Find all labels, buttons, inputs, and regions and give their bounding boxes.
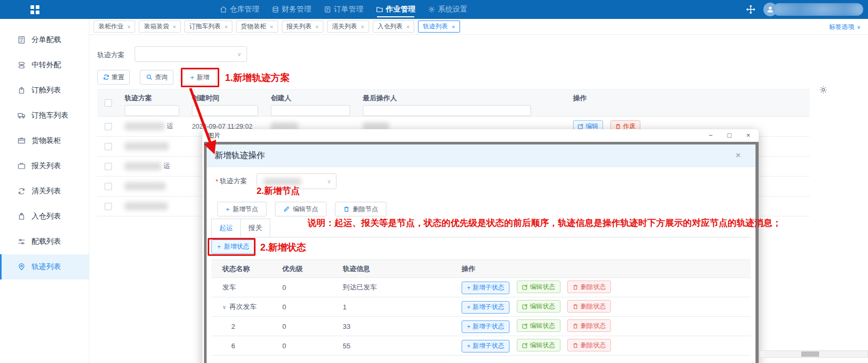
tabs-divider [211, 237, 751, 237]
sidebar-item-transfer[interactable]: 中转外配 [0, 53, 89, 78]
add-state-button[interactable]: + 新增状态 [211, 240, 255, 254]
tab-packing[interactable]: 装箱装袋× [139, 20, 180, 33]
plus-icon: + [467, 323, 471, 330]
created-filter-input[interactable] [192, 105, 258, 116]
menu-item-settings[interactable]: 系统设置 [428, 0, 467, 19]
scrollbar-thumb[interactable] [801, 351, 819, 357]
add-node-button[interactable]: + 新增节点 [217, 202, 267, 216]
column-settings-gear-icon[interactable] [819, 86, 828, 96]
main-menu: 仓库管理 财务管理 订单管理 作业管理 系统设置 [220, 0, 467, 19]
plan-filter-input[interactable] [125, 105, 179, 116]
table-header: 轨迹方案 创建时间 创建人 最后操作人 操作 [97, 89, 810, 117]
sidebar-item-clearance-list[interactable]: 清关列表 [0, 179, 89, 204]
close-icon[interactable]: × [736, 151, 741, 160]
picture-window: 图片 − □ × 新增轨迹操作 × * 轨迹方案 ∨ [202, 129, 759, 363]
track-plan-select[interactable]: ∨ [135, 46, 247, 62]
row-checkbox[interactable] [105, 123, 112, 130]
sidebar-item-customs-list[interactable]: 报关列表 [0, 153, 89, 179]
search-icon [146, 74, 152, 80]
add-button[interactable]: + 新增 [183, 70, 217, 85]
sidebar-item-inbound-list[interactable]: 入仓列表 [0, 204, 89, 229]
tab-options-dropdown[interactable]: 标签选项 ∨ [829, 19, 861, 35]
warehouse-icon [220, 6, 227, 13]
close-icon[interactable]: × [270, 24, 273, 30]
sidebar-item-stowage-list[interactable]: 配载列表 [0, 229, 89, 254]
reset-button[interactable]: 重置 [97, 70, 130, 85]
row-checkbox[interactable] [105, 143, 112, 150]
edit-state-button[interactable]: 编辑状态 [517, 339, 560, 351]
select-all-checkbox[interactable] [105, 99, 112, 107]
sidebar-item-booking-list[interactable]: 订舱列表 [0, 78, 89, 103]
minimize-icon[interactable]: − [709, 131, 713, 140]
add-child-state-button[interactable]: +新增子状态 [462, 282, 509, 294]
row-checkbox[interactable] [105, 183, 112, 190]
track-plan-field-label: * 轨迹方案 [216, 173, 247, 189]
close-icon[interactable]: × [452, 24, 455, 30]
row-checkbox[interactable] [105, 203, 112, 210]
screenshot-frame: 新增轨迹操作 × * 轨迹方案 ∨ + 新增节点 编辑节点 [204, 142, 759, 363]
tab-departure[interactable]: 起运 [211, 219, 241, 237]
add-child-state-button[interactable]: +新增子状态 [462, 320, 509, 333]
close-icon[interactable]: × [224, 24, 228, 30]
trash-icon [615, 123, 621, 129]
sidebar-item-cargo-container[interactable]: 货物装柜 [0, 128, 89, 153]
tab-clearance-list[interactable]: 清关列表× [327, 20, 369, 33]
query-button[interactable]: 查询 [140, 70, 173, 85]
tab-loading-job[interactable]: 装柜作业× [94, 20, 135, 33]
caret-down-icon[interactable]: ∨ [222, 304, 226, 310]
tab-inbound-list[interactable]: 入仓列表× [373, 20, 414, 33]
apps-grid-icon[interactable] [30, 5, 39, 14]
window-titlebar[interactable]: 图片 − □ × [202, 129, 759, 142]
close-icon[interactable]: × [127, 24, 130, 30]
add-child-state-button[interactable]: +新增子状态 [462, 301, 509, 314]
track-plan-filter-label: 轨迹方案 [97, 50, 125, 60]
job-icon [376, 6, 383, 13]
sidebar-item-waybill-stowage[interactable]: 分单配载 [0, 27, 89, 53]
menu-item-orders[interactable]: 订单管理 [324, 0, 363, 19]
menu-item-jobs[interactable]: 作业管理 [376, 0, 415, 19]
horizontal-scrollbar[interactable] [760, 350, 868, 358]
tab-customs[interactable]: 报关 [241, 219, 270, 237]
menu-item-finance[interactable]: 财务管理 [272, 0, 311, 19]
username-redacted[interactable] [773, 3, 863, 16]
tab-track-list[interactable]: 轨迹列表× [418, 20, 459, 33]
close-icon[interactable]: × [406, 24, 410, 30]
menu-item-label: 系统设置 [438, 5, 467, 14]
creator-filter-input[interactable] [271, 105, 350, 116]
menu-item-label: 订单管理 [334, 5, 363, 14]
close-icon[interactable]: × [172, 24, 176, 30]
clearance-icon [17, 187, 26, 195]
delete-state-button[interactable]: 删除状态 [567, 300, 611, 313]
row-checkbox[interactable] [105, 163, 112, 170]
track-plan-field-select[interactable]: ∨ [257, 173, 336, 189]
delete-state-button[interactable]: 删除状态 [567, 319, 611, 332]
edit-state-button[interactable]: 编辑状态 [517, 319, 560, 332]
close-icon[interactable]: × [361, 24, 364, 30]
menu-item-label: 仓库管理 [230, 5, 259, 14]
delete-state-button[interactable]: 删除状态 [567, 339, 611, 351]
last-operator-filter-input[interactable] [363, 105, 531, 116]
sidebar-item-track-list[interactable]: 轨迹列表 [0, 254, 89, 279]
redacted-plan-name [125, 122, 165, 130]
delete-node-button[interactable]: 删除节点 [335, 202, 386, 216]
add-child-state-button[interactable]: +新增子状态 [462, 340, 509, 352]
state-table: 状态名称 优先级 轨迹信息 操作 发车 0 到达已发车 +新增子状态 编辑状态 … [211, 260, 751, 356]
menu-item-warehouse[interactable]: 仓库管理 [220, 0, 259, 19]
move-handle-icon[interactable] [746, 4, 756, 15]
menu-item-label: 财务管理 [282, 5, 311, 14]
close-icon[interactable]: × [315, 24, 319, 30]
tab-customs-list[interactable]: 报关列表× [282, 20, 323, 33]
close-icon[interactable]: × [746, 131, 750, 140]
state-row: 发车 0 到达已发车 +新增子状态 编辑状态 删除状态 [211, 278, 751, 297]
edit-state-button[interactable]: 编辑状态 [517, 281, 560, 293]
maximize-icon[interactable]: □ [728, 131, 732, 140]
tab-trailer-list[interactable]: 订拖车列表× [185, 20, 232, 33]
delete-state-button[interactable]: 删除状态 [567, 281, 611, 293]
edit-state-button[interactable]: 编辑状态 [517, 300, 560, 313]
container-icon [17, 137, 26, 145]
edit-node-button[interactable]: 编辑节点 [275, 202, 326, 216]
state-row-child: 6 0 55 +新增子状态 编辑状态 删除状态 [211, 336, 751, 356]
sidebar-item-trailer-list[interactable]: 订拖车列表 [0, 103, 89, 128]
plus-icon: + [467, 343, 471, 350]
tab-cargo-container[interactable]: 货物装柜× [236, 20, 278, 33]
